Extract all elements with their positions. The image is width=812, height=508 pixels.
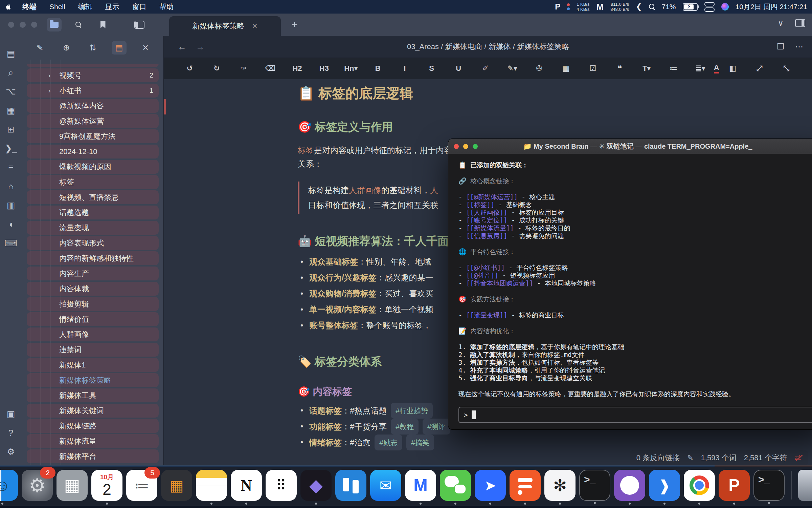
note-list-item[interactable]: 新媒体平台: [27, 449, 159, 463]
note-list-item[interactable]: 人群画像: [27, 327, 159, 341]
note-list-item[interactable]: 新媒体链路: [27, 419, 159, 433]
graph-view-icon[interactable]: ⌥: [4, 82, 17, 101]
network-speed[interactable]: 1 KB/s4 KB/s: [577, 2, 589, 12]
battery-charging-icon[interactable]: ⚡: [683, 3, 698, 11]
menu-terminal[interactable]: 终端: [17, 2, 42, 12]
bold-button[interactable]: B: [364, 64, 391, 73]
list-icon[interactable]: ≔: [660, 64, 687, 73]
hashtag-pill[interactable]: #教程: [391, 419, 419, 435]
doc-view-toggle-icon[interactable]: ▤: [112, 41, 127, 55]
outline-list-icon[interactable]: ≡: [4, 158, 17, 177]
app-icon-vscode[interactable]: ❱: [649, 470, 680, 501]
terminal-prompt-icon[interactable]: ❯_: [4, 139, 17, 158]
collapse-menu-chevron-icon[interactable]: ❮: [636, 2, 642, 11]
app-icon-system-settings[interactable]: ⚙ 2: [22, 470, 53, 501]
note-list-item[interactable]: [27, 64, 159, 67]
file-tree-button[interactable]: [47, 18, 62, 31]
new-doc-icon[interactable]: ✎: [32, 41, 47, 55]
note-list-item[interactable]: 新媒体工具: [27, 388, 159, 402]
doc-search-icon[interactable]: ⌕: [4, 63, 17, 82]
new-folder-icon[interactable]: ⊕: [59, 41, 74, 55]
claude-prompt-input[interactable]: >: [458, 407, 812, 423]
insert-block-icon[interactable]: ✎▾: [499, 64, 525, 73]
siri-icon[interactable]: [721, 3, 729, 10]
align-icon[interactable]: ≣▾: [687, 64, 714, 73]
highlight-pen-icon[interactable]: ✐: [472, 64, 499, 73]
apple-menu-icon[interactable]: [5, 2, 12, 11]
app-icon-reminders[interactable]: ≔ 5: [126, 470, 157, 501]
status-app-p-icon[interactable]: P: [555, 2, 560, 12]
note-list-item[interactable]: 内容表现形式: [27, 236, 159, 250]
menu-edit[interactable]: 编辑: [73, 2, 98, 12]
eraser-icon[interactable]: ⌫: [257, 64, 284, 73]
bookmark-button[interactable]: [95, 18, 110, 31]
menu-window[interactable]: 窗口: [127, 2, 152, 12]
format-brush-icon[interactable]: ✑: [230, 64, 257, 73]
italic-button[interactable]: I: [391, 64, 418, 73]
app-icon-notes[interactable]: ———: [196, 470, 227, 501]
new-tab-button[interactable]: +: [292, 19, 298, 30]
status-app-m-icon[interactable]: M: [596, 2, 604, 12]
note-list-item[interactable]: @新媒体运营: [27, 114, 159, 128]
tab-note[interactable]: 新媒体标签策略 ✕: [169, 16, 281, 36]
exit-fullscreen-icon[interactable]: ⤡: [773, 64, 800, 73]
attachment-icon[interactable]: ✇: [526, 64, 552, 73]
expand-chevron-icon[interactable]: ›: [48, 87, 50, 94]
breadcrumb[interactable]: 03_Areas / 新媒体电商 / 新媒体 / 新媒体标签策略: [164, 42, 812, 52]
hashtag-pill[interactable]: #行业趋势: [391, 403, 433, 419]
note-list-item[interactable]: 内容生产: [27, 267, 159, 280]
app-icon-mail-master[interactable]: M: [405, 470, 436, 501]
note-list-item[interactable]: 话题选题: [27, 206, 159, 219]
menu-bar-clock[interactable]: 10月2日 周四 21:47:21: [736, 2, 807, 12]
redo-icon[interactable]: ↻: [203, 64, 230, 73]
comment-icon[interactable]: ❝: [606, 64, 633, 73]
app-icon-notion[interactable]: N: [231, 470, 262, 501]
app-icon-calculator[interactable]: ▦: [161, 470, 192, 501]
note-list-item[interactable]: 标签: [27, 175, 159, 189]
app-icon-calendar[interactable]: 10月 2: [91, 470, 122, 501]
undo-icon[interactable]: ↺: [176, 64, 203, 73]
text-style-icon[interactable]: T▾: [633, 64, 660, 73]
menu-help[interactable]: 帮助: [154, 2, 179, 12]
app-icon-lark[interactable]: ➤: [475, 470, 506, 501]
underline-button[interactable]: U: [445, 64, 472, 73]
kanban-icon[interactable]: ▥: [4, 196, 17, 215]
collapse-all-icon[interactable]: ✕: [138, 41, 153, 55]
inline-link[interactable]: 标签: [298, 146, 314, 155]
note-list-item[interactable]: 内容体裁: [27, 282, 159, 296]
task-check-icon[interactable]: ☑: [580, 64, 606, 73]
app-icon-terminal[interactable]: >_: [579, 470, 610, 501]
expand-chevron-icon[interactable]: ›: [48, 72, 50, 79]
tab-close-icon[interactable]: ✕: [252, 22, 258, 30]
sort-icon[interactable]: ⇅: [85, 41, 100, 55]
flashcard-grid-icon[interactable]: ▦: [4, 101, 17, 120]
fullscreen-icon[interactable]: ⤢: [746, 64, 773, 73]
note-list-item[interactable]: 流量变现: [27, 221, 159, 235]
heading3-button[interactable]: H3: [311, 64, 337, 73]
control-center-icon[interactable]: [704, 2, 715, 12]
app-icon-chatgpt[interactable]: ✻: [544, 470, 576, 501]
documents-icon[interactable]: ⊞: [4, 120, 17, 139]
app-icon-mail[interactable]: ✉: [370, 470, 401, 501]
strikethrough-button[interactable]: S: [418, 64, 445, 73]
note-list-item[interactable]: 拍摄剪辑: [27, 297, 159, 311]
vault-icon[interactable]: ▣: [7, 404, 15, 423]
hashtag-pill[interactable]: #励志: [375, 435, 402, 450]
hashtag-pill[interactable]: #测评: [423, 419, 450, 435]
heading-menu-button[interactable]: Hn▾: [338, 64, 364, 73]
right-panel-toggle-icon[interactable]: [795, 19, 805, 27]
note-list-item[interactable]: › 小红书 1: [27, 84, 159, 98]
note-list-item[interactable]: 新媒体流量: [27, 434, 159, 448]
font-color-button[interactable]: A: [714, 63, 719, 73]
terminal-window[interactable]: 📁 My Second Brain — ✳ 双链笔记 — claude TERM…: [448, 139, 812, 429]
menu-shell[interactable]: Shell: [44, 3, 71, 11]
search-button[interactable]: [71, 18, 86, 31]
sync-disabled-icon[interactable]: ⇄: [794, 453, 801, 463]
edit-pen-icon[interactable]: ✎: [687, 453, 693, 462]
settings-gear-icon[interactable]: ⚙: [7, 442, 15, 461]
app-icon-launchpad[interactable]: ▦: [57, 470, 88, 501]
daily-note-icon[interactable]: ▤: [4, 44, 17, 63]
help-icon[interactable]: ?: [7, 423, 15, 442]
app-icon-terminal-2[interactable]: >_: [753, 470, 785, 501]
comment-icon[interactable]: ◖: [4, 215, 17, 234]
